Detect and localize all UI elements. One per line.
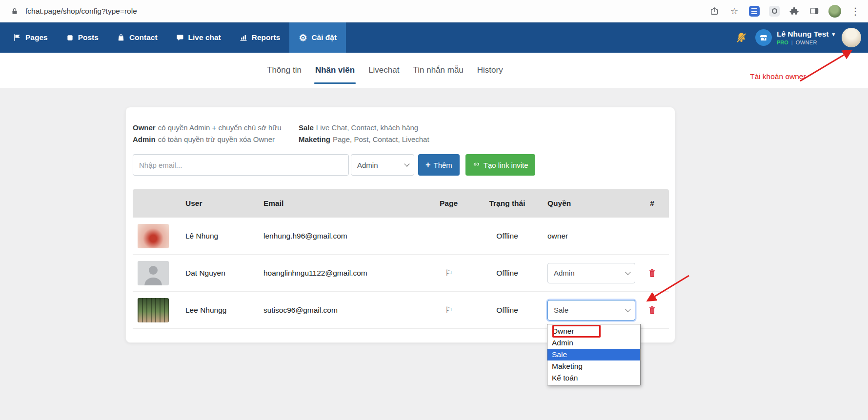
tab-livechat[interactable]: Livechat: [367, 53, 400, 88]
nav-item-settings[interactable]: ⚙ Cài đặt: [289, 22, 346, 53]
puzzle-extensions-icon[interactable]: [788, 5, 800, 17]
extension-blue-icon[interactable]: [748, 5, 760, 17]
page-flag-icon: ⚐: [444, 305, 452, 316]
role-info-line: Ownercó quyền Admin + chuyển chủ sở hữu: [133, 122, 299, 134]
dropdown-option-admin[interactable]: Admin: [547, 337, 640, 349]
main-navbar: Pages Posts Contact Live chat Reports ⚙ …: [0, 22, 868, 53]
chevron-down-icon: ▾: [832, 31, 835, 38]
chevron-down-icon: [625, 306, 630, 312]
nav-label: Pages: [25, 33, 48, 42]
col-status: Trạng thái: [477, 199, 538, 208]
col-actions: #: [635, 199, 669, 208]
email-input[interactable]: [133, 154, 349, 176]
side-panel-icon[interactable]: [808, 5, 820, 17]
lock-icon: [9, 5, 20, 17]
user-email: lenhung.h96@gmail.com: [260, 232, 421, 240]
col-user: User: [182, 199, 260, 208]
page-content: Ownercó quyền Admin + chuyển chủ sở hữu …: [0, 88, 868, 420]
account-role: OWNER: [796, 40, 817, 45]
user-avatar: [138, 224, 169, 248]
dropdown-option-owner[interactable]: Owner: [547, 325, 640, 337]
tab-nhan-vien[interactable]: Nhân viên: [314, 53, 356, 88]
table-row: Lê Nhung lenhung.h96@gmail.com Offline o…: [133, 218, 669, 255]
shop-logo-icon[interactable]: [755, 29, 772, 46]
create-invite-link-button[interactable]: Tạo link invite: [465, 154, 535, 176]
nav-label: Contact: [129, 33, 158, 42]
link-icon: [472, 160, 480, 169]
user-email: hoanglinhngu1122@gmail.com: [260, 269, 421, 278]
dropdown-option-maketing[interactable]: Maketing: [547, 360, 640, 372]
nav-label: Reports: [252, 33, 281, 42]
row-role-select-open[interactable]: Sale: [547, 300, 635, 320]
col-page: Page: [421, 199, 477, 208]
account-name: Lê Nhung Test: [777, 30, 829, 39]
flag-icon: [13, 34, 21, 41]
nav-item-contact[interactable]: Contact: [108, 22, 167, 53]
browser-toolbar: fchat.page/shop/config?type=role ☆ ⋮: [0, 0, 868, 22]
gear-icon: ⚙: [299, 33, 307, 42]
delete-user-button[interactable]: [648, 306, 656, 315]
user-name: Lee Nhungg: [182, 306, 260, 315]
delete-user-button[interactable]: [648, 269, 656, 278]
col-email: Email: [260, 199, 421, 208]
tab-history[interactable]: History: [476, 53, 504, 88]
tab-thong-tin[interactable]: Thông tin: [266, 53, 303, 88]
table-row: Dat Nguyen hoanglinhngu1122@gmail.com ⚐ …: [133, 255, 669, 292]
role-info-line: MaketingPage, Post, Contact, Livechat: [299, 134, 668, 145]
row-role-select[interactable]: Admin: [547, 263, 635, 283]
table-row: Lee Nhungg sutisoc96@gmail.com ⚐ Offline…: [133, 292, 669, 329]
dropdown-option-sale[interactable]: Sale: [547, 349, 640, 360]
role-info-line: SaleLive Chat, Contact, khách hàng: [299, 122, 668, 134]
browser-menu-icon[interactable]: ⋮: [849, 5, 861, 17]
role-select[interactable]: Admin: [351, 154, 414, 176]
staff-card: Ownercó quyền Admin + chuyển chủ sở hữu …: [125, 107, 675, 343]
nav-item-pages[interactable]: Pages: [4, 22, 57, 53]
add-button[interactable]: + Thêm: [418, 154, 460, 176]
navbar-right: Lê Nhung Test ▾ PRO | OWNER: [735, 22, 868, 53]
role-info-line: Admincó toàn quyền trừ quyền xóa Owner: [133, 134, 299, 145]
nav-label: Posts: [78, 33, 99, 42]
staff-table: User Email Page Trạng thái Quyền # Lê Nh…: [133, 189, 669, 329]
user-avatar: [138, 298, 169, 322]
roles-description: Ownercó quyền Admin + chuyển chủ sở hữu …: [133, 122, 668, 145]
share-icon[interactable]: [708, 5, 720, 17]
capture-extension-icon[interactable]: [768, 5, 780, 17]
status-text: Offline: [477, 269, 538, 278]
tab-tin-nhan-mau[interactable]: Tin nhắn mẫu: [412, 53, 464, 88]
bar-chart-icon: [240, 34, 247, 41]
status-text: Offline: [477, 306, 538, 315]
owner-avatar[interactable]: [842, 28, 861, 47]
nav-label: Live chat: [188, 33, 221, 42]
plus-icon: +: [425, 160, 431, 169]
page-flag-icon: ⚐: [444, 268, 452, 279]
nav-item-reports[interactable]: Reports: [230, 22, 290, 53]
posts-icon: [66, 34, 74, 41]
nav-label: Cài đặt: [311, 33, 337, 42]
chevron-down-icon: [625, 269, 630, 275]
status-text: Offline: [477, 232, 538, 240]
user-name: Lê Nhung: [182, 232, 260, 240]
owner-annotation-label: Tài khoản owner: [750, 72, 806, 81]
user-email: sutisoc96@gmail.com: [260, 306, 421, 315]
browser-profile-avatar[interactable]: [828, 5, 841, 18]
account-menu[interactable]: Lê Nhung Test ▾ PRO | OWNER: [777, 30, 835, 45]
dropdown-option-ke-toan[interactable]: Kế toán: [547, 372, 640, 384]
chevron-down-icon: [404, 161, 409, 166]
settings-tabs-bar: Thông tin Nhân viên Livechat Tin nhắn mẫ…: [0, 53, 868, 88]
col-role: Quyền: [538, 199, 635, 208]
url-bar[interactable]: fchat.page/shop/config?type=role: [25, 7, 137, 16]
plan-separator: |: [791, 40, 793, 45]
table-header: User Email Page Trạng thái Quyền #: [133, 189, 669, 218]
role-text: owner: [547, 232, 568, 240]
bookmark-star-icon[interactable]: ☆: [728, 5, 740, 17]
notifications-muted-icon[interactable]: [735, 32, 747, 44]
role-dropdown: Owner Admin Sale Maketing Kế toán: [547, 324, 641, 385]
shopping-bag-icon: [117, 34, 125, 41]
add-staff-form: Admin + Thêm Tạo link invite: [133, 154, 668, 176]
plan-badge: PRO: [777, 40, 788, 45]
user-avatar: [138, 261, 169, 285]
chat-bubble-icon: [176, 34, 184, 41]
user-name: Dat Nguyen: [182, 269, 260, 278]
nav-item-posts[interactable]: Posts: [57, 22, 108, 53]
nav-item-livechat[interactable]: Live chat: [167, 22, 230, 53]
